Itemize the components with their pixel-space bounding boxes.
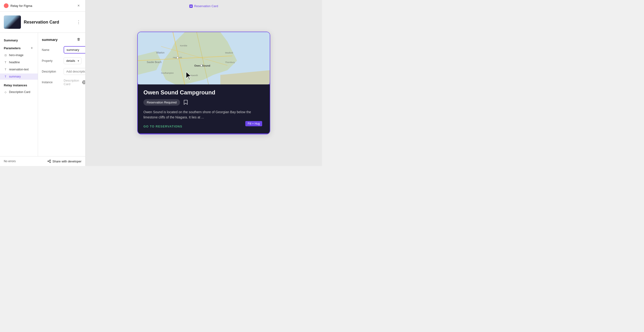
instance-value: Description Card bbox=[64, 79, 79, 86]
target-button[interactable] bbox=[82, 79, 85, 85]
svg-text:Thornbury: Thornbury bbox=[225, 61, 235, 64]
svg-line-13 bbox=[49, 161, 50, 162]
map-svg: Wiarton Kemble Sauble Beach Hepworth Owe… bbox=[138, 32, 270, 84]
no-errors-label: No errors bbox=[4, 159, 16, 163]
parameters-section: Parameters + bbox=[0, 44, 38, 51]
property-label: Property bbox=[42, 59, 61, 63]
sidebar-item-summary[interactable]: T summary bbox=[0, 74, 38, 80]
reservation-badge: Reservation Required bbox=[144, 99, 180, 106]
share-button[interactable]: Share with developer bbox=[47, 159, 82, 163]
relay-logo-icon bbox=[4, 3, 8, 8]
relay-item-label: Description Card bbox=[9, 90, 30, 94]
name-label: Name bbox=[42, 48, 61, 52]
card-badges: Reservation Required bbox=[144, 99, 264, 106]
text-icon-headline: T bbox=[4, 61, 7, 64]
trash-icon bbox=[77, 38, 80, 41]
instance-row: Instance Description Card bbox=[42, 79, 82, 86]
svg-rect-2 bbox=[78, 38, 79, 39]
left-panel: Relay for Figma × Reservation Card ⋮ Sum… bbox=[0, 0, 86, 166]
sidebar-item-label-headline: headline bbox=[9, 61, 20, 64]
panel-header: Relay for Figma × bbox=[0, 0, 85, 12]
card-canvas-label: Reservation Card bbox=[189, 4, 218, 8]
canvas-area[interactable]: Reservation Card Wiarton Kemble bbox=[86, 0, 322, 166]
svg-point-9 bbox=[50, 160, 50, 161]
text-icon-summary: T bbox=[4, 75, 7, 78]
svg-text:Kemble: Kemble bbox=[180, 45, 187, 47]
sidebar-nav: Summary Parameters + ⊡ hero-image T head… bbox=[0, 33, 38, 156]
svg-point-10 bbox=[48, 161, 49, 162]
bottom-border bbox=[138, 133, 270, 134]
svg-point-0 bbox=[5, 5, 7, 7]
relay-icon-canvas bbox=[189, 5, 192, 8]
card-thumbnail bbox=[4, 16, 21, 29]
card-preview: Reservation Card ⋮ bbox=[0, 12, 85, 33]
close-button[interactable]: × bbox=[76, 3, 82, 9]
panel-footer: No errors Share with developer bbox=[0, 156, 85, 166]
sidebar-item-label-reservation: reservation-text bbox=[9, 68, 29, 71]
card-map: Wiarton Kemble Sauble Beach Hepworth Owe… bbox=[138, 32, 270, 84]
share-icon bbox=[47, 159, 51, 163]
detail-header: summary bbox=[42, 37, 82, 42]
name-row: Name bbox=[42, 46, 82, 54]
header-left: Relay for Figma bbox=[4, 3, 32, 8]
fill-hug-badge: Fill × Hug bbox=[245, 121, 262, 126]
image-icon: ⊡ bbox=[4, 54, 7, 57]
property-select-wrapper: details text value ▾ bbox=[64, 57, 82, 64]
sidebar-item-label-summary: summary bbox=[9, 75, 21, 78]
sidebar-content: Summary Parameters + ⊡ hero-image T head… bbox=[0, 33, 85, 156]
bookmark-icon bbox=[183, 99, 188, 105]
svg-text:Meaford: Meaford bbox=[225, 52, 233, 54]
svg-point-30 bbox=[200, 64, 202, 66]
canvas-card-title: Reservation Card bbox=[194, 4, 218, 8]
summary-section-title: Summary bbox=[0, 37, 38, 43]
share-label: Share with developer bbox=[52, 159, 82, 163]
card-name: Reservation Card bbox=[24, 20, 73, 25]
add-parameter-button[interactable]: + bbox=[30, 46, 34, 50]
detail-panel: summary Name Property details bbox=[38, 33, 85, 156]
sidebar-relay-description-card[interactable]: ◇ Description Card bbox=[0, 89, 38, 95]
reservation-card[interactable]: Wiarton Kemble Sauble Beach Hepworth Owe… bbox=[137, 32, 270, 135]
sidebar-item-label-hero-image: hero-image bbox=[9, 54, 24, 57]
app-title: Relay for Figma bbox=[10, 4, 32, 8]
sidebar-item-hero-image[interactable]: ⊡ hero-image bbox=[0, 52, 38, 58]
diamond-icon: ◇ bbox=[4, 90, 7, 94]
property-select[interactable]: details text value bbox=[64, 57, 82, 64]
svg-point-4 bbox=[83, 82, 85, 83]
text-icon-reservation: T bbox=[4, 68, 7, 71]
detail-title: summary bbox=[42, 38, 58, 42]
description-row: Description bbox=[42, 68, 82, 75]
name-input[interactable] bbox=[64, 46, 85, 54]
delete-button[interactable] bbox=[76, 37, 82, 42]
sidebar-item-reservation-text[interactable]: T reservation-text bbox=[0, 66, 38, 73]
relay-instances-title: Relay instances bbox=[0, 81, 38, 88]
svg-text:Wiarton: Wiarton bbox=[156, 51, 164, 54]
svg-point-29 bbox=[177, 57, 178, 59]
svg-point-11 bbox=[50, 162, 50, 163]
description-input[interactable] bbox=[64, 68, 85, 75]
crosshair-icon bbox=[82, 80, 85, 84]
property-row: Property details text value ▾ bbox=[42, 57, 82, 64]
description-label: Description bbox=[42, 70, 61, 73]
svg-marker-14 bbox=[190, 6, 192, 7]
more-options-button[interactable]: ⋮ bbox=[76, 19, 82, 25]
card-description: Owen Sound is located on the southern sh… bbox=[144, 109, 264, 120]
card-headline: Owen Sound Campground bbox=[144, 89, 264, 96]
instance-label: Instance bbox=[42, 81, 61, 84]
svg-text:Chatsworth: Chatsworth bbox=[187, 74, 198, 77]
cta-wrapper: GO TO RESERVATIONS Fill × Hug bbox=[144, 125, 264, 128]
svg-rect-1 bbox=[77, 39, 80, 39]
svg-text:Southampton: Southampton bbox=[161, 72, 174, 74]
parameters-title: Parameters bbox=[4, 46, 21, 50]
svg-text:Sauble Beach: Sauble Beach bbox=[147, 61, 162, 64]
svg-line-12 bbox=[49, 160, 50, 161]
sidebar-item-headline[interactable]: T headline bbox=[0, 59, 38, 65]
card-body: Owen Sound Campground Reservation Requir… bbox=[138, 84, 270, 134]
